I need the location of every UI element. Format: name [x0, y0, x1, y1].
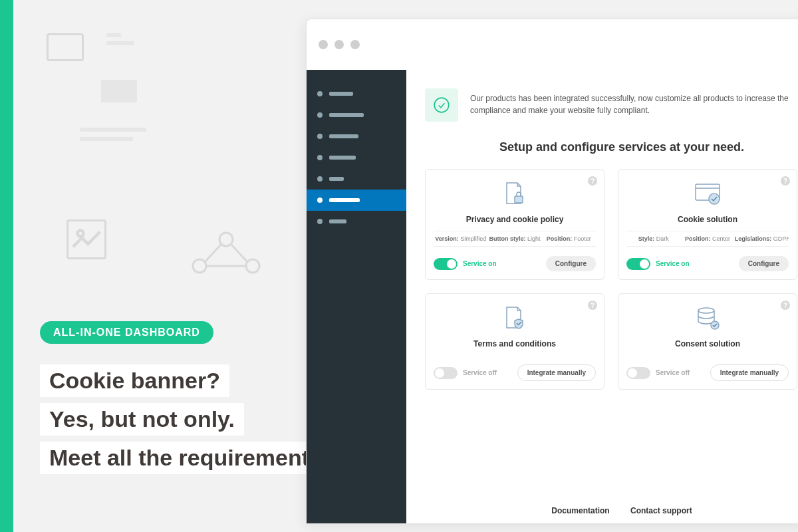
- svg-point-2: [219, 233, 233, 246]
- content-area: Our products has been integrated success…: [406, 70, 798, 524]
- meta-item: Position: Center: [680, 235, 734, 242]
- success-notice: Our products has been integrated success…: [425, 88, 798, 122]
- svg-rect-8: [515, 196, 523, 203]
- service-toggle[interactable]: [626, 258, 650, 270]
- dot-icon: [317, 219, 323, 224]
- sidebar-item[interactable]: [307, 83, 406, 104]
- sidebar-item-label: [329, 134, 358, 138]
- accent-bar: [0, 0, 13, 532]
- service-status: Service off: [463, 369, 497, 376]
- help-icon[interactable]: ?: [781, 301, 790, 310]
- browser-window: Our products has been integrated success…: [306, 19, 798, 524]
- service-card: ?Consent solutionService offIntegrate ma…: [618, 293, 797, 390]
- sidebar-item[interactable]: [307, 147, 406, 168]
- sidebar-item-label: [329, 177, 344, 181]
- card-title: Terms and conditions: [434, 339, 596, 348]
- meta-item: Version: Simplified: [434, 235, 487, 242]
- window-dot: [350, 40, 360, 49]
- meta-item: Position: Footer: [542, 235, 596, 242]
- meta-item: Button style: Light: [487, 235, 541, 242]
- svg-point-12: [698, 308, 714, 313]
- bg-deco: [80, 137, 133, 141]
- bg-deco: [106, 41, 134, 45]
- setup-title: Setup and configure services at your nee…: [425, 140, 798, 154]
- notice-text: Our products has been integrated success…: [470, 88, 798, 116]
- card-title: Cookie solution: [626, 215, 789, 224]
- meta-item: Style: Dark: [626, 235, 680, 242]
- sidebar-item[interactable]: [307, 104, 406, 126]
- window-titlebar: [307, 19, 798, 70]
- help-icon[interactable]: ?: [588, 301, 597, 310]
- sidebar-item-label: [329, 92, 353, 96]
- dot-icon: [317, 176, 323, 182]
- graph-icon: [186, 213, 266, 293]
- card-title: Privacy and cookie policy: [434, 215, 596, 224]
- sidebar-item-label: [329, 113, 364, 117]
- service-status: Service off: [656, 369, 690, 376]
- service-toggle[interactable]: [626, 367, 650, 379]
- svg-point-11: [709, 194, 720, 204]
- browser-cookie-icon: [626, 179, 789, 209]
- service-card: ?Privacy and cookie policyVersion: Simpl…: [425, 169, 604, 280]
- service-status: Service on: [463, 260, 497, 267]
- bg-deco: [47, 33, 84, 61]
- contact-support-link[interactable]: Contact support: [630, 506, 692, 515]
- svg-point-0: [78, 231, 84, 237]
- sidebar-item[interactable]: [307, 190, 406, 211]
- sidebar: [307, 70, 406, 524]
- image-icon: [66, 219, 106, 259]
- service-card: ?Terms and conditionsService offIntegrat…: [425, 293, 604, 390]
- svg-line-4: [205, 245, 221, 262]
- service-card: ?Cookie solutionStyle: DarkPosition: Cen…: [618, 169, 797, 280]
- window-dot: [319, 40, 328, 49]
- svg-point-7: [434, 98, 449, 112]
- sidebar-item[interactable]: [307, 211, 406, 232]
- configure-button[interactable]: Configure: [546, 256, 596, 271]
- bg-deco: [106, 33, 121, 37]
- card-title: Consent solution: [626, 339, 789, 348]
- dot-icon: [317, 155, 323, 160]
- dot-icon: [317, 198, 323, 203]
- document-lock-icon: [434, 179, 596, 209]
- cards-grid: ?Privacy and cookie policyVersion: Simpl…: [425, 169, 798, 390]
- sidebar-item[interactable]: [307, 126, 406, 147]
- dot-icon: [317, 134, 323, 139]
- configure-button[interactable]: Integrate manually: [710, 364, 789, 381]
- meta-item: Legislations: GDPR: [735, 235, 789, 242]
- bg-deco: [80, 128, 146, 132]
- svg-line-5: [231, 245, 247, 262]
- service-toggle[interactable]: [434, 367, 458, 379]
- document-shield-icon: [434, 303, 596, 334]
- sidebar-item-label: [329, 156, 356, 160]
- configure-button[interactable]: Configure: [739, 256, 789, 271]
- bg-deco: [101, 80, 137, 102]
- card-meta: Style: DarkPosition: CenterLegislations:…: [626, 231, 789, 247]
- headline-3: Meet all the requirements: [40, 442, 331, 474]
- dashboard-tag: ALL-IN-ONE DASHBOARD: [40, 321, 213, 344]
- sidebar-item-label: [329, 198, 360, 202]
- window-dot: [334, 40, 344, 49]
- help-icon[interactable]: ?: [781, 176, 790, 186]
- documentation-link[interactable]: Documentation: [551, 506, 609, 515]
- headline-1: Cookie banner?: [40, 364, 229, 397]
- sidebar-item[interactable]: [307, 168, 406, 190]
- dot-icon: [317, 91, 323, 96]
- dot-icon: [317, 112, 323, 118]
- service-status: Service on: [656, 260, 690, 267]
- card-meta: Version: SimplifiedButton style: LightPo…: [434, 231, 596, 247]
- configure-button[interactable]: Integrate manually: [517, 364, 596, 381]
- footer-links: Documentation Contact support: [425, 493, 798, 524]
- check-icon: [425, 88, 458, 122]
- headline-2: Yes, but not only.: [40, 403, 244, 436]
- help-icon[interactable]: ?: [588, 176, 597, 186]
- database-check-icon: [626, 303, 789, 334]
- sidebar-item-label: [329, 219, 346, 223]
- service-toggle[interactable]: [434, 258, 458, 270]
